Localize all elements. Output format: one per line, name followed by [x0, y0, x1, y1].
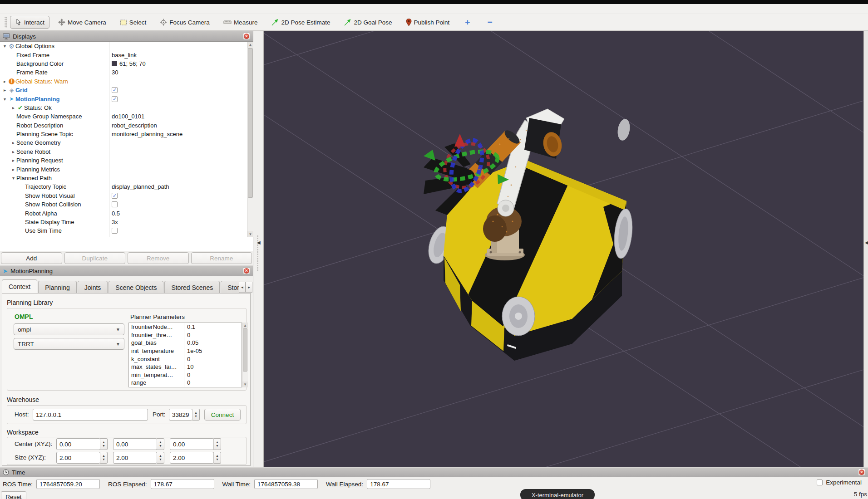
displays-panel-header[interactable]: Displays ✕: [0, 31, 253, 42]
tab-context[interactable]: Context: [2, 279, 37, 294]
tree-row-grid[interactable]: ▸◈Grid✓: [0, 86, 247, 94]
expander-down-icon[interactable]: ▾: [2, 97, 8, 102]
planner-parameters-table[interactable]: frountierNode…0.1frountier_thre…0goal_bi…: [128, 323, 242, 387]
center-y-stepper[interactable]: ▲▼: [157, 438, 164, 450]
toolbar-button-measure[interactable]: Measure: [218, 16, 263, 29]
panel-splitter[interactable]: ◀: [253, 31, 264, 467]
wall-time-input[interactable]: 1764857059.38: [254, 479, 318, 489]
3d-viewport[interactable]: [264, 31, 863, 467]
tree-value[interactable]: [112, 228, 118, 234]
size-x-stepper[interactable]: ▲▼: [100, 452, 108, 464]
tree-row-show-robot-collision[interactable]: Show Robot Collision: [0, 200, 247, 209]
tree-row-trajectory-topic[interactable]: Trajectory Topicdisplay_planned_path: [0, 182, 247, 191]
zoom-in-button[interactable]: +: [458, 16, 477, 29]
param-row-max-states-fai[interactable]: max_states_fai…10: [129, 363, 242, 371]
expander-down-icon[interactable]: ▾: [10, 176, 16, 181]
size-y-input[interactable]: 2.00: [113, 452, 157, 464]
expander-right-icon[interactable]: ▸: [10, 140, 16, 145]
center-z-stepper[interactable]: ▲▼: [213, 438, 221, 450]
scroll-up-icon[interactable]: ▲: [247, 42, 253, 48]
time-close-button[interactable]: ✕: [858, 469, 865, 476]
center-y-input[interactable]: 0.00: [113, 438, 157, 450]
tab-scroll-left-icon[interactable]: ◂: [239, 282, 246, 293]
tree-row-scene-robot[interactable]: ▸Scene Robot: [0, 147, 247, 156]
collapse-left-icon[interactable]: ◀: [257, 240, 261, 245]
param-row-goal-bias[interactable]: goal_bias0.05: [129, 339, 242, 347]
size-y-stepper[interactable]: ▲▼: [157, 452, 164, 464]
tree-row-global-status-warn[interactable]: ▸!Global Status: Warn: [0, 77, 247, 86]
size-z-stepper[interactable]: ▲▼: [213, 452, 221, 464]
tree-value[interactable]: display_planned_path: [112, 183, 169, 190]
tree-row-background-color[interactable]: Background Color61; 56; 70: [0, 59, 247, 68]
wall-elapsed-input[interactable]: 178.67: [367, 479, 430, 489]
scrollbar-thumb[interactable]: [248, 48, 253, 198]
ros-elapsed-input[interactable]: 178.67: [151, 479, 214, 489]
port-stepper[interactable]: ▲▼: [192, 409, 200, 421]
toolbar-button-interact[interactable]: Interact: [10, 16, 49, 29]
planner-combo[interactable]: TRRT ▼: [14, 338, 124, 350]
tree-row-planning-scene-topic[interactable]: Planning Scene Topicmonitored_planning_s…: [0, 130, 247, 138]
toolbar-button-2d-goal-pose[interactable]: 2D Goal Pose: [339, 16, 397, 29]
size-z-input[interactable]: 2.00: [170, 452, 214, 464]
scroll-up-icon[interactable]: ▲: [242, 323, 248, 328]
param-row-frountier-thre[interactable]: frountier_thre…0: [129, 331, 242, 339]
scroll-down-icon[interactable]: ▼: [242, 382, 248, 387]
add-button[interactable]: Add: [1, 252, 62, 264]
tree-row-planning-metrics[interactable]: ▸Planning Metrics: [0, 165, 247, 173]
tree-value[interactable]: monitored_planning_scene: [112, 131, 182, 137]
tree-row-loop-animation[interactable]: Loop Animation: [0, 235, 247, 237]
tree-row-planned-path[interactable]: ▾Planned Path: [0, 174, 247, 182]
tab-scene-objects[interactable]: Scene Objects: [108, 281, 163, 294]
experimental-option[interactable]: Experimental: [817, 479, 862, 486]
host-input[interactable]: 127.0.0.1: [33, 409, 148, 421]
tree-value[interactable]: 30: [112, 69, 118, 76]
expander-right-icon[interactable]: ▸: [10, 158, 16, 163]
experimental-checkbox[interactable]: [817, 479, 823, 485]
tab-stor[interactable]: Stor: [221, 281, 240, 294]
tree-row-show-robot-visual[interactable]: Show Robot Visual✓: [0, 191, 247, 200]
tree-value[interactable]: [112, 237, 118, 237]
tree-value[interactable]: ✓: [112, 87, 118, 93]
param-row-frountiernode[interactable]: frountierNode…0.1: [129, 323, 242, 331]
collapse-left-icon[interactable]: ◀: [865, 240, 868, 245]
remove-button[interactable]: Remove: [128, 252, 189, 264]
toolbar-button-focus-camera[interactable]: Focus Camera: [155, 16, 215, 29]
reset-button[interactable]: Reset: [1, 491, 26, 499]
toolbar-button-2d-pose-estimate[interactable]: 2D Pose Estimate: [266, 16, 335, 29]
tree-row-frame-rate[interactable]: Frame Rate30: [0, 68, 247, 77]
checkbox-checked[interactable]: ✓: [112, 87, 118, 93]
tree-row-status-ok[interactable]: ▸✔Status: Ok: [0, 103, 247, 112]
expander-right-icon[interactable]: ▸: [10, 167, 16, 172]
toolbar-drag-handle[interactable]: [5, 17, 7, 28]
tree-value[interactable]: ✓: [112, 193, 118, 199]
tree-value[interactable]: 61; 56; 70: [112, 60, 146, 67]
displays-tree-scrollbar[interactable]: ▲ ▼: [247, 42, 253, 237]
size-x-input[interactable]: 2.00: [56, 452, 100, 464]
port-input[interactable]: 33829: [169, 409, 192, 421]
duplicate-button[interactable]: Duplicate: [64, 252, 126, 264]
param-row-range[interactable]: range0: [129, 379, 242, 387]
toolbar-button-select[interactable]: Select: [115, 16, 152, 29]
tree-value[interactable]: robot_description: [112, 122, 157, 129]
param-row-k-constant[interactable]: k_constant0: [129, 355, 242, 363]
ros-time-input[interactable]: 1764857059.20: [36, 479, 100, 489]
tree-row-scene-geometry[interactable]: ▸Scene Geometry: [0, 138, 247, 147]
library-combo[interactable]: ompl ▼: [14, 323, 124, 335]
motionplanning-close-button[interactable]: ✕: [243, 267, 250, 274]
tree-value[interactable]: ✓: [112, 96, 118, 102]
checkbox-checked[interactable]: ✓: [112, 193, 118, 199]
tree-row-motionplanning[interactable]: ▾➤MotionPlanning✓: [0, 94, 247, 103]
tree-value[interactable]: do100_0101: [112, 113, 144, 120]
tab-planning[interactable]: Planning: [38, 281, 77, 294]
motionplanning-panel-header[interactable]: ➤ MotionPlanning ✕: [0, 265, 253, 276]
tab-scroll-right-icon[interactable]: ▸: [246, 282, 252, 293]
tree-row-planning-request[interactable]: ▸Planning Request: [0, 156, 247, 165]
connect-button[interactable]: Connect: [204, 409, 241, 421]
tree-value[interactable]: [112, 201, 118, 207]
tree-value[interactable]: base_link: [112, 52, 137, 59]
tab-stored-scenes[interactable]: Stored Scenes: [164, 281, 220, 294]
param-row-temp-change[interactable]: temp_change…2: [129, 387, 242, 387]
tab-joints[interactable]: Joints: [78, 281, 108, 294]
tree-value[interactable]: 3x: [112, 219, 118, 225]
expander-down-icon[interactable]: ▾: [2, 44, 8, 49]
